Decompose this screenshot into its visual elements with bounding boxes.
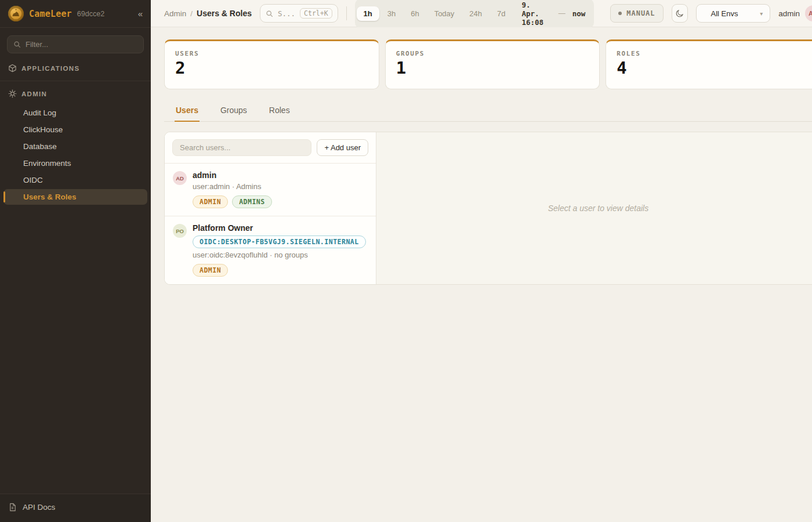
time-range-start[interactable]: 9. Apr. 16:08 xyxy=(514,1,557,27)
stat-card-roles: ROLES 4 xyxy=(606,39,812,89)
page-content: USERS 2 GROUPS 1 ROLES 4 Users Groups Ro… xyxy=(151,27,812,522)
user-name: Platform Owner xyxy=(193,223,253,233)
sidebar-item-label: Users & Roles xyxy=(23,193,77,201)
time-range-today[interactable]: Today xyxy=(427,6,462,21)
user-row-platform-owner[interactable]: PO Platform Owner OIDC:DESKTOP-FB5VGJ9.S… xyxy=(165,216,376,284)
sidebar-header: CameLeer 69dcce2 « xyxy=(0,0,151,28)
api-docs-label: API Docs xyxy=(23,503,55,512)
document-icon xyxy=(8,503,17,512)
user-meta: user:oidc:8evzqofluhld · no groups xyxy=(193,251,368,259)
user-meta: user:admin · Admins xyxy=(193,182,368,191)
package-icon xyxy=(8,64,17,72)
refresh-mode-button[interactable]: MANUAL xyxy=(610,4,663,23)
role-badge-admin: ADMIN xyxy=(193,264,228,277)
sidebar-filter-input[interactable]: Filter... xyxy=(7,35,144,53)
api-docs-link[interactable]: API Docs xyxy=(0,494,151,522)
global-search-placeholder: S... xyxy=(278,9,295,18)
stat-label: GROUPS xyxy=(396,50,589,57)
stat-value: 1 xyxy=(396,59,589,78)
section-label: ADMIN xyxy=(21,90,47,97)
moon-icon xyxy=(675,9,684,18)
user-detail-pane: Select a user to view details xyxy=(376,132,812,284)
time-range-end[interactable]: now xyxy=(567,9,593,18)
tab-roles[interactable]: Roles xyxy=(268,102,291,122)
group-badge-admins: ADMINS xyxy=(232,195,272,208)
avatar[interactable]: AD xyxy=(805,5,812,21)
global-search-button[interactable]: S... Ctrl+K xyxy=(260,4,338,23)
sidebar-item-environments[interactable]: Environments xyxy=(3,155,147,171)
time-range-dash: — xyxy=(559,9,566,17)
breadcrumb-separator: / xyxy=(190,9,193,18)
stat-label: USERS xyxy=(175,50,368,57)
environment-select[interactable]: All Envs ▾ xyxy=(696,4,770,23)
badge-row: ADMIN ADMINS xyxy=(193,195,368,208)
time-range-6h[interactable]: 6h xyxy=(404,6,426,21)
topbar: Admin / Users & Roles S... Ctrl+K 1h 3h … xyxy=(151,0,812,27)
time-range-1h[interactable]: 1h xyxy=(357,6,379,21)
add-user-button[interactable]: + Add user xyxy=(317,139,368,156)
active-accent-bar xyxy=(3,191,5,202)
sidebar-item-database[interactable]: Database xyxy=(3,139,147,154)
stat-value: 4 xyxy=(617,59,810,78)
username-label: admin xyxy=(778,9,800,18)
search-users-placeholder: Search users... xyxy=(180,143,230,152)
theme-toggle-button[interactable] xyxy=(672,4,688,23)
search-icon xyxy=(13,41,21,48)
time-range-3h[interactable]: 3h xyxy=(380,6,403,21)
stats-row: USERS 2 GROUPS 1 ROLES 4 xyxy=(164,39,812,89)
environment-selected-value: All Envs xyxy=(710,9,738,18)
breadcrumb: Admin / Users & Roles xyxy=(164,9,252,18)
search-icon xyxy=(266,10,273,17)
user-row-admin[interactable]: AD admin user:admin · Admins ADMIN ADMIN… xyxy=(165,163,376,216)
sidebar-item-oidc[interactable]: OIDC xyxy=(3,172,147,188)
topbar-divider xyxy=(346,6,347,20)
user-menu: admin AD xyxy=(778,5,812,21)
tab-users[interactable]: Users xyxy=(175,102,200,122)
sidebar: CameLeer 69dcce2 « Filter... APPLICATION… xyxy=(0,0,151,522)
app-title: CameLeer xyxy=(29,9,72,19)
sidebar-section-admin[interactable]: ADMIN xyxy=(0,81,151,104)
search-users-input[interactable]: Search users... xyxy=(172,139,311,156)
badge-row: ADMIN xyxy=(193,264,368,277)
gear-icon xyxy=(8,89,17,98)
tabs: Users Groups Roles xyxy=(164,102,812,122)
users-panel: Search users... + Add user AD admin user… xyxy=(164,132,812,285)
refresh-mode-label: MANUAL xyxy=(626,9,655,17)
breadcrumb-admin[interactable]: Admin xyxy=(164,9,186,18)
avatar: AD xyxy=(173,171,187,185)
role-badge-admin: ADMIN xyxy=(193,195,228,208)
stat-card-groups: GROUPS 1 xyxy=(385,39,600,89)
time-range-7d[interactable]: 7d xyxy=(490,6,512,21)
app-version: 69dcce2 xyxy=(77,10,104,18)
sidebar-item-clickhouse[interactable]: ClickHouse xyxy=(3,122,147,137)
sidebar-item-users-roles[interactable]: Users & Roles xyxy=(3,189,147,205)
oidc-badge: OIDC:DESKTOP-FB5VGJ9.SIEGELN.INTERNAL xyxy=(193,235,366,248)
user-list-toolbar: Search users... + Add user xyxy=(165,132,376,163)
user-list-pane: Search users... + Add user AD admin user… xyxy=(165,132,376,284)
avatar: PO xyxy=(173,224,187,238)
stat-value: 2 xyxy=(175,59,368,78)
main-area: Admin / Users & Roles S... Ctrl+K 1h 3h … xyxy=(151,0,812,522)
chevron-down-icon: ▾ xyxy=(760,10,763,17)
user-name: admin xyxy=(193,171,216,180)
keyboard-shortcut-badge: Ctrl+K xyxy=(300,8,332,19)
app-logo xyxy=(8,6,24,21)
sidebar-collapse-icon[interactable]: « xyxy=(138,9,143,19)
section-label: APPLICATIONS xyxy=(21,65,79,72)
status-dot xyxy=(618,12,622,15)
breadcrumb-current: Users & Roles xyxy=(197,9,252,18)
stat-label: ROLES xyxy=(617,50,810,57)
sidebar-item-audit-log[interactable]: Audit Log xyxy=(3,105,147,121)
stat-card-users: USERS 2 xyxy=(164,39,379,89)
tab-groups[interactable]: Groups xyxy=(219,102,248,122)
empty-state-text: Select a user to view details xyxy=(548,204,649,213)
time-range-24h[interactable]: 24h xyxy=(462,6,489,21)
time-range-selector: 1h 3h 6h Today 24h 7d 9. Apr. 16:08 — no… xyxy=(355,0,594,28)
sidebar-filter-placeholder: Filter... xyxy=(26,40,48,49)
admin-nav: Audit Log ClickHouse Database Environmen… xyxy=(0,104,151,206)
sidebar-section-applications[interactable]: APPLICATIONS xyxy=(0,56,151,78)
